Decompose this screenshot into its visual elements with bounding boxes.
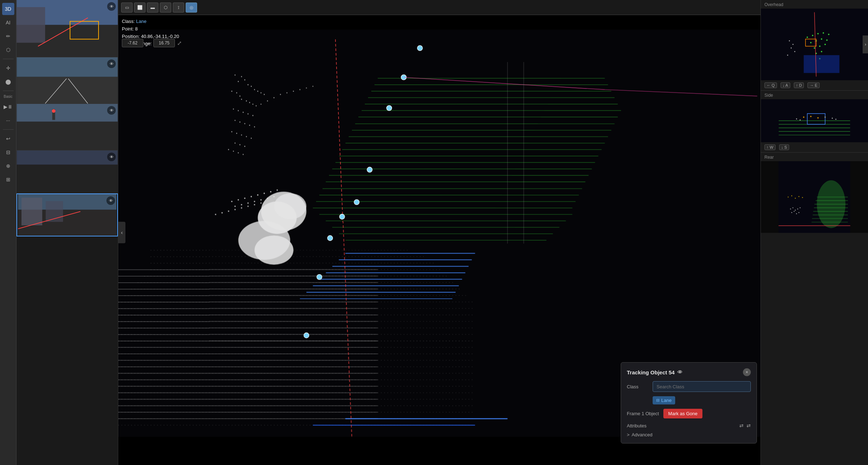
- svg-point-216: [821, 38, 822, 40]
- svg-point-86: [247, 202, 249, 204]
- tool-undo[interactable]: ↩: [2, 133, 14, 145]
- svg-point-32: [273, 97, 275, 98]
- vp-rect-tool[interactable]: ▭: [121, 3, 133, 13]
- svg-point-217: [826, 39, 828, 41]
- mark-gone-button[interactable]: Mark as Gone: [663, 409, 703, 418]
- svg-point-66: [241, 134, 242, 135]
- svg-point-94: [234, 209, 236, 210]
- camera-5-eye-btn[interactable]: 👁: [106, 196, 115, 205]
- advanced-row[interactable]: > Advanced: [627, 432, 751, 437]
- overhead-view[interactable]: ›: [761, 9, 868, 80]
- vp-rect2-tool[interactable]: ▬: [147, 3, 158, 13]
- svg-point-263: [794, 211, 795, 212]
- camera-2-eye-btn[interactable]: 👁: [107, 59, 116, 68]
- svg-rect-13: [17, 122, 118, 150]
- svg-point-222: [821, 51, 822, 52]
- attributes-row: Attributes ⇄ ⇄: [627, 423, 751, 428]
- camera-3-eye-btn[interactable]: 👁: [107, 106, 116, 115]
- vp-lasso-tool[interactable]: ⟟: [173, 3, 184, 13]
- svg-point-48: [264, 94, 265, 95]
- svg-point-261: [800, 207, 801, 208]
- attr-icon-1[interactable]: ⇄: [739, 423, 744, 428]
- svg-point-60: [239, 121, 240, 123]
- svg-point-240: [817, 117, 819, 119]
- svg-point-224: [789, 40, 790, 42]
- tool-layers[interactable]: ⊕: [2, 160, 14, 172]
- vp-cube-tool[interactable]: ⬜: [134, 3, 146, 13]
- svg-point-42: [231, 91, 232, 92]
- tool-dot[interactable]: ⬤: [2, 76, 14, 88]
- tool-3d[interactable]: 3D: [2, 3, 14, 15]
- svg-point-91: [215, 214, 216, 215]
- side-section: Side: [761, 91, 868, 153]
- svg-point-41: [251, 86, 252, 87]
- tracking-close-button[interactable]: ×: [743, 368, 751, 376]
- search-class-input[interactable]: [653, 381, 751, 392]
- camera-view-5[interactable]: 👁: [16, 193, 118, 236]
- svg-point-57: [248, 114, 249, 115]
- attribute-icons: ⇄ ⇄: [739, 423, 751, 428]
- tracking-eye-icon[interactable]: 👁: [677, 369, 682, 375]
- vp-target-tool[interactable]: ◎: [186, 3, 197, 13]
- tool-seg[interactable]: ⬡: [2, 44, 14, 56]
- svg-point-80: [257, 194, 258, 196]
- svg-point-260: [797, 208, 798, 210]
- vp-poly-tool[interactable]: ⬡: [160, 3, 171, 13]
- svg-point-268: [791, 195, 792, 196]
- tool-filter[interactable]: ⊟: [2, 146, 14, 158]
- svg-point-55: [238, 110, 239, 111]
- rear-section: Rear: [761, 153, 868, 465]
- camera-view-2[interactable]: 👁: [16, 57, 118, 104]
- height-max-input[interactable]: [153, 39, 175, 47]
- height-expand-icon[interactable]: ⤢: [177, 40, 182, 47]
- svg-point-67: [246, 136, 247, 137]
- lane-class-tag[interactable]: ⊟ Lane: [653, 396, 675, 404]
- right-expand-button[interactable]: ›: [863, 35, 868, 53]
- camera-view-4[interactable]: 👁: [16, 150, 118, 193]
- svg-point-271: [802, 197, 803, 198]
- svg-point-85: [241, 204, 242, 206]
- svg-point-38: [238, 81, 239, 82]
- svg-point-44: [239, 96, 240, 97]
- svg-point-244: [832, 118, 833, 119]
- svg-point-51: [249, 102, 250, 103]
- svg-point-214: [810, 42, 812, 43]
- svg-point-97: [254, 204, 255, 206]
- viewport-left-arrow[interactable]: ‹: [118, 222, 125, 243]
- svg-point-243: [800, 120, 801, 121]
- svg-point-43: [236, 92, 237, 94]
- svg-point-73: [233, 151, 234, 152]
- camera-4-eye-btn[interactable]: 👁: [107, 153, 116, 161]
- svg-point-62: [249, 125, 250, 126]
- svg-point-45: [254, 89, 255, 90]
- svg-rect-8: [17, 77, 118, 104]
- svg-rect-12: [17, 104, 118, 122]
- svg-point-258: [792, 207, 793, 208]
- attributes-label: Attributes: [627, 423, 647, 428]
- side-view[interactable]: [761, 99, 868, 142]
- camera-view-1[interactable]: 👁: [16, 0, 118, 57]
- right-panel: Overhead: [760, 0, 868, 465]
- tool-play[interactable]: ▶⏸: [2, 101, 14, 113]
- svg-point-196: [386, 105, 391, 110]
- svg-point-257: [790, 208, 791, 210]
- advanced-label: Advanced: [632, 432, 653, 437]
- rear-view[interactable]: [761, 161, 868, 233]
- main-viewport[interactable]: ▭ ⬜ ▬ ⬡ ⟟ ◎ Class: Lane Point: 8 Positio…: [118, 0, 760, 465]
- divider-1: [3, 59, 14, 59]
- tool-grid[interactable]: ⊞: [2, 173, 14, 186]
- svg-point-219: [819, 45, 820, 47]
- height-min-input[interactable]: [122, 39, 143, 47]
- tool-move[interactable]: ✛: [2, 62, 14, 74]
- tool-more[interactable]: ···: [2, 114, 14, 126]
- tracking-header: Tracking Object 54 👁 ×: [627, 368, 751, 376]
- camera-view-3[interactable]: 👁: [16, 104, 118, 150]
- height-range-sep: —: [146, 40, 151, 46]
- key-a: ↓ A: [781, 82, 790, 88]
- svg-point-46: [257, 91, 258, 92]
- tool-ai[interactable]: AI: [2, 16, 14, 29]
- svg-point-199: [339, 214, 344, 219]
- camera-1-eye-btn[interactable]: 👁: [107, 2, 116, 11]
- attr-icon-2[interactable]: ⇄: [747, 423, 751, 428]
- tool-draw[interactable]: ✏: [2, 30, 14, 42]
